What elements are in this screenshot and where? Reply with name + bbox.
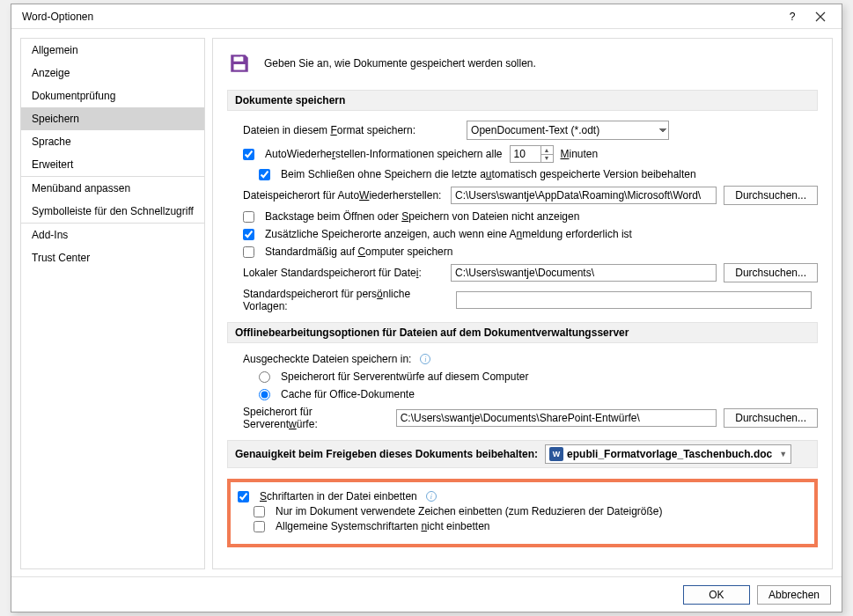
keep-last-label: Beim Schließen ohne Speichern die letzte… [281, 168, 696, 180]
dialog-title: Word-Optionen [22, 11, 778, 23]
chevron-down-icon: ▼ [779, 450, 787, 458]
nav-item-save[interactable]: Speichern [21, 107, 204, 130]
format-select[interactable]: OpenDocument-Text (*.odt) [467, 121, 669, 140]
row-keep-last: Beim Schließen ohne Speichern die letzte… [259, 168, 818, 180]
autorecover-minutes-value: 10 [511, 146, 540, 162]
titlebar: Word-Optionen ? [11, 4, 842, 29]
dialog-footer: OK Abbrechen [11, 576, 842, 612]
row-checked-out: Ausgecheckte Dateien speichern in: i [243, 353, 818, 365]
word-doc-icon: W [549, 447, 563, 461]
autorecover-path-input[interactable] [451, 187, 717, 204]
row-no-backstage: Backstage beim Öffnen oder Speichern von… [243, 210, 818, 223]
cancel-button[interactable]: Abbrechen [757, 585, 831, 605]
svg-rect-0 [240, 56, 242, 60]
autorecover-minutes-spinner[interactable]: 10 ▲▼ [510, 145, 554, 163]
info-icon[interactable]: i [420, 354, 430, 364]
nav-item-ribbon[interactable]: Menüband anpassen [21, 177, 204, 200]
embed-fonts-highlight: Schriftarten in der Datei einbetten i Nu… [227, 479, 818, 547]
keep-last-checkbox[interactable] [259, 169, 270, 180]
page-header: Geben Sie an, wie Dokumente gespeichert … [227, 51, 818, 76]
default-computer-label: Standardmäßig auf Computer speichern [265, 246, 452, 258]
autorecover-path-label: Dateispeicherort für AutoWiederherstelle… [243, 189, 444, 202]
radio-office-cache[interactable] [259, 389, 270, 400]
ok-button[interactable]: OK [683, 585, 750, 605]
main-panel: Geben Sie an, wie Dokumente gespeichert … [212, 38, 833, 569]
default-computer-checkbox[interactable] [243, 246, 254, 258]
browse-server-drafts-button[interactable]: Durchsuchen... [724, 408, 818, 428]
default-local-label: Lokaler Standardspeicherort für Datei: [243, 267, 444, 279]
nav-item-advanced[interactable]: Erweitert [21, 153, 204, 176]
row-format: Dateien in diesem Format speichern: Open… [243, 121, 818, 140]
only-used-checkbox[interactable] [254, 506, 265, 517]
nav-item-display[interactable]: Anzeige [21, 62, 204, 84]
section-save-header: Dokumente speichern [227, 90, 818, 111]
nav-item-quickaccess[interactable]: Symbolleiste für den Schnellzugriff [21, 200, 204, 223]
info-icon[interactable]: i [426, 491, 437, 502]
no-system-checkbox[interactable] [254, 521, 265, 532]
save-icon [227, 51, 252, 76]
row-default-computer: Standardmäßig auf Computer speichern [243, 246, 818, 258]
row-server-drafts: Speicherort für Serverentwürfe: Durchsuc… [243, 406, 818, 430]
row-autorecover-path: Dateispeicherort für AutoWiederherstelle… [243, 186, 818, 205]
extra-locations-checkbox[interactable] [243, 229, 254, 240]
no-system-label: Allgemeine Systemschriftarten nicht einb… [276, 520, 489, 532]
close-icon [815, 11, 826, 22]
nav-item-trustcenter[interactable]: Trust Center [21, 246, 204, 269]
nav-item-general[interactable]: Allgemein [21, 39, 204, 62]
row-default-local: Lokaler Standardspeicherort für Datei: D… [243, 263, 818, 282]
no-backstage-checkbox[interactable] [243, 211, 254, 223]
row-extra-locations: Zusätzliche Speicherorte anzeigen, auch … [243, 228, 818, 240]
radio-cache-label: Cache für Office-Dokumente [281, 388, 415, 400]
row-radio-server: Speicherort für Serverentwürfe auf diese… [259, 370, 818, 383]
autorecover-checkbox[interactable] [243, 149, 254, 160]
radio-server-label: Speicherort für Serverentwürfe auf diese… [281, 370, 528, 383]
nav-item-proofing[interactable]: Dokumentprüfung [21, 84, 204, 107]
personal-templates-label: Standardspeicherort für persönliche Vorl… [243, 288, 449, 312]
browse-default-local-button[interactable]: Durchsuchen... [724, 263, 818, 282]
fidelity-title: Genauigkeit beim Freigeben dieses Dokume… [235, 448, 538, 460]
page-header-text: Geben Sie an, wie Dokumente gespeichert … [264, 57, 536, 70]
fidelity-doc-select[interactable]: W epubli_Formatvorlage_Taschenbuch.doc ▼ [545, 444, 791, 464]
help-button[interactable]: ? [778, 6, 806, 27]
radio-server-drafts[interactable] [259, 371, 270, 383]
nav-sidebar: Allgemein Anzeige Dokumentprüfung Speich… [20, 38, 205, 569]
row-personal-templates: Standardspeicherort für persönliche Vorl… [243, 288, 818, 312]
close-button[interactable] [806, 6, 835, 27]
checked-out-label: Ausgecheckte Dateien speichern in: [243, 353, 411, 365]
section-fidelity-header: Genauigkeit beim Freigeben dieses Dokume… [227, 440, 818, 468]
nav-item-language[interactable]: Sprache [21, 130, 204, 153]
only-used-label: Nur im Dokument verwendete Zeichen einbe… [276, 505, 663, 517]
section-offline-header: Offlinebearbeitungsoptionen für Dateien … [227, 322, 818, 343]
embed-fonts-label: Schriftarten in der Datei einbetten [260, 490, 417, 502]
spinner-buttons[interactable]: ▲▼ [540, 146, 553, 162]
extra-locations-label: Zusätzliche Speicherorte anzeigen, auch … [265, 228, 632, 240]
default-local-input[interactable] [451, 264, 717, 282]
personal-templates-input[interactable] [456, 291, 812, 309]
nav-item-addins[interactable]: Add-Ins [21, 224, 204, 246]
autorecover-label: AutoWiederherstellen-Informationen speic… [265, 148, 503, 160]
row-only-used: Nur im Dokument verwendete Zeichen einbe… [254, 505, 804, 517]
fidelity-doc-value: epubli_Formatvorlage_Taschenbuch.doc [567, 448, 772, 460]
server-drafts-input[interactable] [396, 409, 717, 427]
row-no-system: Allgemeine Systemschriftarten nicht einb… [254, 520, 804, 532]
embed-fonts-checkbox[interactable] [238, 491, 249, 502]
server-drafts-label: Speicherort für Serverentwürfe: [243, 406, 389, 430]
row-embed-fonts: Schriftarten in der Datei einbetten i [238, 490, 804, 502]
dialog-body: Allgemein Anzeige Dokumentprüfung Speich… [11, 29, 842, 573]
options-dialog: Word-Optionen ? Allgemein Anzeige Dokume… [11, 4, 842, 612]
row-autorecover: AutoWiederherstellen-Informationen speic… [243, 145, 818, 163]
question-icon: ? [790, 11, 796, 23]
no-backstage-label: Backstage beim Öffnen oder Speichern von… [265, 210, 579, 223]
browse-autorecover-button[interactable]: Durchsuchen... [724, 186, 818, 205]
format-label: Dateien in diesem Format speichern: [243, 124, 415, 136]
row-radio-cache: Cache für Office-Dokumente [259, 388, 818, 400]
minutes-label: Minuten [561, 148, 599, 160]
